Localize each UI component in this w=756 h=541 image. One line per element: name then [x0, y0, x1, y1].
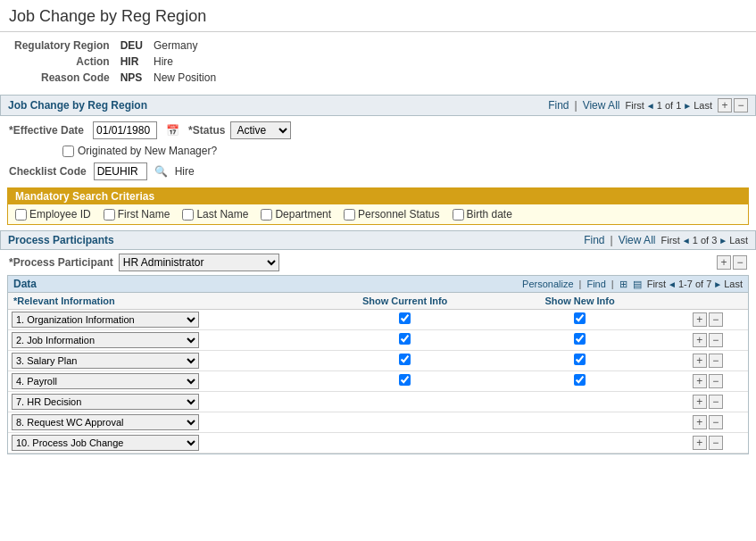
- table-row: 1. Organization Information + −: [8, 310, 748, 330]
- row-label-cell: 1. Organization Information: [8, 310, 318, 330]
- reg-region-code: DEU: [115, 37, 148, 54]
- section1-bar: Job Change by Reg Region Find | View All…: [0, 95, 756, 116]
- mandatory-check-first-name[interactable]: [104, 209, 115, 221]
- show-current-checkbox[interactable]: [399, 354, 411, 365]
- section1-nav: First ◄ 1 of 1 ► Last: [625, 100, 712, 111]
- participant-add-btn[interactable]: +: [717, 255, 731, 270]
- data-nav: First ◄ 1-7 of 7 ► Last: [647, 279, 743, 289]
- row-remove-btn[interactable]: −: [709, 354, 723, 368]
- mandatory-label-birth-date: Birth date: [467, 208, 512, 221]
- row-label-cell: 8. Request WC Approval: [8, 412, 318, 433]
- show-current-cell: [318, 310, 493, 330]
- row-add-btn[interactable]: +: [693, 395, 707, 409]
- row-remove-btn[interactable]: −: [709, 436, 723, 450]
- section1-remove-btn[interactable]: −: [734, 98, 748, 112]
- row-label-select[interactable]: 1. Organization Information: [12, 312, 199, 328]
- section1-next-btn[interactable]: ►: [683, 101, 692, 111]
- show-new-checkbox[interactable]: [574, 354, 586, 365]
- effective-date-input[interactable]: [93, 121, 157, 139]
- row-add-btn[interactable]: +: [693, 436, 707, 450]
- data-personalize-link[interactable]: Personalize: [522, 279, 573, 289]
- row-label-select[interactable]: 3. Salary Plan: [12, 353, 199, 369]
- participant-select[interactable]: HR Administrator Manager Employee: [119, 254, 279, 271]
- row-label-select[interactable]: 8. Request WC Approval: [12, 414, 199, 430]
- row-remove-btn[interactable]: −: [709, 374, 723, 388]
- show-new-checkbox[interactable]: [574, 333, 586, 345]
- row-add-btn[interactable]: +: [693, 333, 707, 347]
- data-find-link[interactable]: Find: [586, 279, 605, 289]
- row-actions-cell: + −: [668, 351, 748, 371]
- show-new-checkbox[interactable]: [574, 312, 586, 324]
- section1-first-label: First: [625, 100, 644, 111]
- row-label-select[interactable]: 2. Job Information: [12, 332, 199, 348]
- reason-code-value: New Position: [148, 70, 221, 86]
- participant-remove-btn[interactable]: −: [733, 255, 747, 270]
- status-select[interactable]: Active Inactive: [230, 121, 291, 139]
- reason-code-label: Reason Code: [9, 70, 115, 86]
- show-new-cell: [493, 351, 668, 371]
- mandatory-label-employee-id: Employee ID: [29, 208, 91, 221]
- reg-region-value: Germany: [148, 37, 221, 54]
- status-row: *Status Active Inactive: [188, 121, 291, 139]
- row-remove-btn[interactable]: −: [709, 333, 723, 347]
- row-add-btn[interactable]: +: [693, 415, 707, 429]
- mandatory-label-first-name: First Name: [118, 208, 170, 221]
- process-next-btn[interactable]: ►: [719, 236, 727, 246]
- process-find-link[interactable]: Find: [584, 234, 604, 246]
- row-add-btn[interactable]: +: [693, 354, 707, 368]
- row-label-select[interactable]: 10. Process Job Change: [12, 435, 199, 451]
- show-new-cell: [493, 433, 668, 454]
- mandatory-check-last-name[interactable]: [182, 209, 194, 221]
- mandatory-check-department[interactable]: [261, 209, 272, 221]
- data-nav-text: 1-7 of 7: [678, 279, 711, 289]
- process-last-label: Last: [729, 235, 748, 246]
- participant-left: *Process Participant HR Administrator Ma…: [9, 254, 279, 271]
- show-current-cell: [318, 371, 493, 392]
- row-label-select[interactable]: 4. Payroll: [12, 373, 199, 389]
- show-new-cell: [493, 371, 668, 392]
- participant-label: *Process Participant: [9, 256, 113, 269]
- data-prev-btn[interactable]: ◄: [668, 279, 677, 289]
- section1-prev-btn[interactable]: ◄: [646, 101, 655, 111]
- checklist-label: Checklist Code: [9, 165, 87, 178]
- row-remove-btn[interactable]: −: [709, 415, 723, 429]
- row-add-btn[interactable]: +: [693, 374, 707, 388]
- calendar-icon[interactable]: 📅: [166, 124, 179, 137]
- show-current-cell: [318, 392, 493, 412]
- section1-find-link[interactable]: Find: [548, 99, 569, 112]
- mandatory-check-personnel-status[interactable]: [344, 209, 355, 221]
- row-remove-btn[interactable]: −: [709, 312, 723, 327]
- section1-nav-text: 1 of 1: [657, 100, 682, 111]
- row-actions-cell: + −: [668, 330, 748, 351]
- row-remove-btn[interactable]: −: [709, 395, 723, 409]
- table-icon[interactable]: ▤: [633, 279, 642, 290]
- show-current-checkbox[interactable]: [399, 374, 411, 386]
- mandatory-check-employee-id[interactable]: [15, 209, 27, 221]
- mandatory-item-0: Employee ID: [15, 208, 91, 221]
- show-new-checkbox[interactable]: [574, 374, 586, 386]
- originated-row: Originated by New Manager?: [0, 143, 756, 161]
- process-prev-btn[interactable]: ◄: [682, 236, 691, 246]
- show-current-cell: [318, 351, 493, 371]
- row-add-btn[interactable]: +: [693, 312, 707, 327]
- originated-checkbox[interactable]: [62, 146, 74, 157]
- mandatory-item-2: Last Name: [182, 208, 248, 221]
- mandatory-title: Mandatory Search Criterias: [8, 188, 748, 204]
- show-current-checkbox[interactable]: [399, 333, 411, 345]
- data-next-btn[interactable]: ►: [713, 279, 722, 289]
- process-viewall-link[interactable]: View All: [619, 234, 656, 246]
- table-row: 2. Job Information + −: [8, 330, 748, 351]
- checklist-input[interactable]: [94, 162, 147, 180]
- grid-view-icon[interactable]: ⊞: [619, 279, 627, 290]
- section1-title: Job Change by Reg Region: [8, 99, 147, 112]
- search-icon[interactable]: 🔍: [154, 165, 168, 178]
- table-row: 3. Salary Plan + −: [8, 351, 748, 371]
- row-label-select[interactable]: 7. HR Decision: [12, 394, 199, 410]
- row-actions-cell: + −: [668, 371, 748, 392]
- process-title: Process Participants: [8, 234, 114, 246]
- section1-viewall-link[interactable]: View All: [583, 99, 620, 112]
- section1-add-btn[interactable]: +: [718, 98, 732, 112]
- mandatory-check-birth-date[interactable]: [453, 209, 464, 221]
- show-current-cell: [318, 330, 493, 351]
- show-current-checkbox[interactable]: [399, 312, 411, 324]
